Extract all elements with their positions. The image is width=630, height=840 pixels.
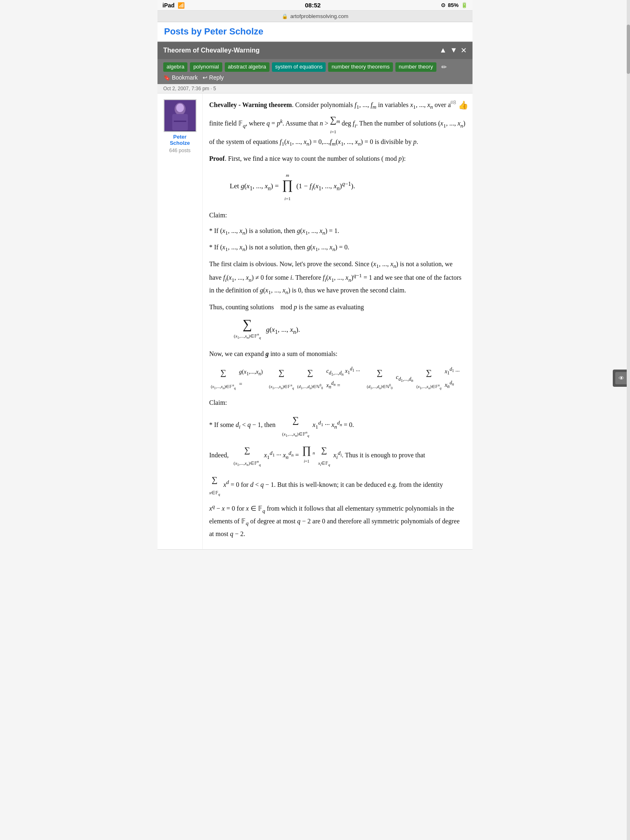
indeed-paragraph: Indeed, ∑ (x1,...,xn)∈𝔽nq x1d1 ··· xndn … (209, 443, 466, 468)
svg-point-3 (176, 103, 184, 112)
device-label: iPad (162, 2, 175, 9)
post-title: Theorem of Chevalley-Warning (163, 47, 260, 54)
g-definition: Let g(x1, ..., xn) = m ∏ i=1 (1 − fi(x1,… (230, 171, 466, 203)
theorem-content: Chevalley - Warning theorem. Consider po… (209, 99, 466, 539)
author-posts: 646 posts (169, 148, 190, 153)
page-header: Posts by Peter Scholze (158, 22, 472, 42)
tags-container: algebra polynomial abstract algebra syst… (163, 62, 449, 72)
move-up-icon[interactable]: ▲ (439, 46, 447, 55)
battery-level: 85% (448, 2, 459, 8)
author-sidebar: Peter Scholze 646 posts (158, 94, 203, 549)
post-content-wrapper: Peter Scholze 646 posts #8 👍 Chevalley -… (158, 94, 472, 550)
battery-bar: 🔋 (461, 2, 468, 8)
post-header-icons: ▲ ▼ ✕ (439, 46, 467, 55)
wifi-icon: 📶 (178, 2, 185, 9)
tag-system-of-equations[interactable]: system of equations (272, 62, 326, 72)
tag-polynomial[interactable]: polynomial (190, 62, 222, 72)
tag-number-theory[interactable]: number theory (395, 62, 436, 72)
claim-proof: The first claim is obvious. Now, let's p… (209, 258, 466, 297)
svg-rect-2 (172, 114, 188, 130)
tags-row: algebra polynomial abstract algebra syst… (158, 59, 472, 84)
lock-icon: 🔒 (282, 14, 288, 19)
battery-icon: ⊙ (441, 2, 445, 8)
avatar (164, 99, 196, 132)
tag-abstract-algebra[interactable]: abstract algebra (225, 62, 269, 72)
close-icon[interactable]: ✕ (461, 46, 467, 55)
like-button[interactable]: 👍 (458, 98, 468, 112)
expand-text: Now, we can expand g into a sum of monom… (209, 348, 466, 359)
author-name[interactable]: Peter Scholze (163, 134, 196, 146)
xq-identity: xq − x = 0 for x ∈ 𝔽q from which it foll… (209, 502, 466, 539)
reply-link[interactable]: ↩ Reply (203, 74, 224, 81)
sum-zero-line: ∑ x∈𝔽q xd = 0 for d < q − 1. But this is… (209, 472, 466, 498)
browser-bar: 🔒 artofproblemsolving.com (158, 11, 472, 22)
theorem-label: Chevalley - Warning theorem (209, 101, 292, 108)
status-center: 08:52 (305, 2, 321, 9)
avatar-svg (164, 99, 196, 131)
thus-text: Thus, counting solutions mod p is the sa… (209, 301, 466, 313)
post-number: #8 (450, 98, 456, 107)
time-display: 08:52 (305, 2, 321, 9)
tag-algebra[interactable]: algebra (163, 62, 187, 72)
status-bar: iPad 📶 08:52 ⊙ 85% 🔋 (158, 0, 472, 11)
post-meta: Oct 2, 2007, 7:36 pm · 5 (158, 84, 472, 94)
bookmark-link[interactable]: 🔖 Bookmark (163, 74, 198, 81)
claim2-header: Claim: (209, 397, 466, 408)
svg-rect-4 (173, 121, 186, 122)
page-title: Posts by Peter Scholze (164, 26, 466, 37)
tag-number-theory-theorems[interactable]: number theory theorems (328, 62, 393, 72)
tags-actions: 🔖 Bookmark ↩ Reply (163, 74, 224, 81)
monomial-expansion: ∑ (x1,...,xn)∈𝔽nq g(x1,...,xn) = ∑ (x1,.… (209, 364, 466, 392)
avatar-image (164, 100, 196, 131)
claim-2: * If (x1, ..., xn) is not a solution, th… (209, 242, 466, 254)
sum-expression: ∑ (x1,...,xn)∈𝔽nq g(x1, ..., xn). (234, 319, 466, 341)
claim2-text: * If some di < q − 1, then ∑ (x1,...,xn)… (209, 412, 466, 439)
theorem-paragraph: Chevalley - Warning theorem. Consider po… (209, 99, 466, 149)
status-right: ⊙ 85% 🔋 (441, 2, 468, 8)
proof-label: Proof (209, 155, 225, 162)
post-header: Theorem of Chevalley-Warning ▲ ▼ ✕ (158, 42, 472, 59)
tag-edit-button[interactable]: ✏ (439, 62, 449, 72)
url-display: artofproblemsolving.com (290, 13, 349, 19)
post-main-content: #8 👍 Chevalley - Warning theorem. Consid… (203, 94, 472, 549)
claim-1: * If (x1, ..., xn) is a solution, then g… (209, 225, 466, 238)
move-down-icon[interactable]: ▼ (450, 46, 457, 55)
claim-header: Claim: (209, 210, 466, 221)
proof-paragraph: Proof. First, we find a nice way to coun… (209, 153, 466, 164)
status-left: iPad 📶 (162, 2, 185, 9)
post-date: Oct 2, 2007, 7:36 pm · 5 (163, 86, 216, 91)
